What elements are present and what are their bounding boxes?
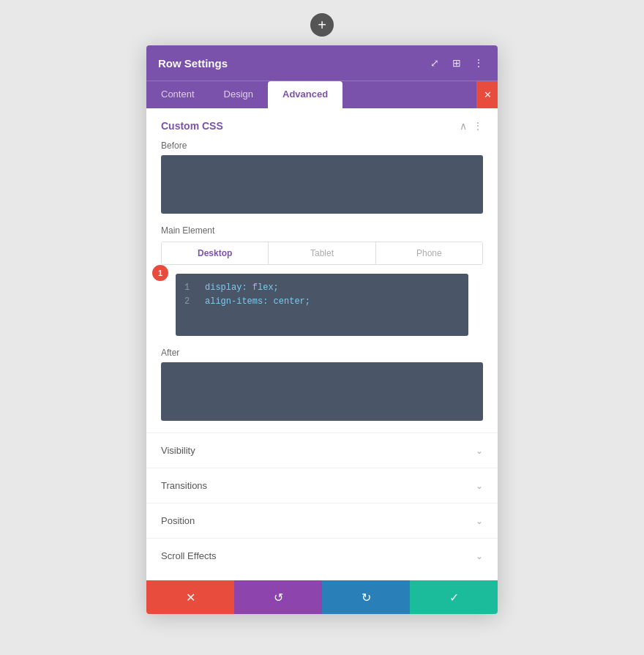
device-tabs: Desktop Tablet Phone: [161, 242, 483, 265]
page-wrapper: + Row Settings ⤢ ⊞ ⋮ Content Design Adva…: [0, 0, 644, 655]
cancel-button[interactable]: ✕: [146, 580, 234, 614]
save-icon: ✓: [449, 591, 459, 605]
panel-body: Custom CSS ∧ ⋮ Before Main Element Deskt…: [146, 108, 498, 580]
section-header-actions: ∧ ⋮: [460, 120, 483, 132]
cancel-icon: ✕: [186, 591, 195, 605]
panel-header: Row Settings ⤢ ⊞ ⋮: [146, 45, 498, 81]
visibility-section[interactable]: Visibility ⌄: [146, 433, 498, 468]
close-icon: ✕: [484, 89, 492, 100]
transitions-label: Transitions: [161, 480, 207, 491]
scroll-effects-label: Scroll Effects: [161, 550, 217, 561]
redo-button[interactable]: ↻: [322, 580, 410, 614]
tab-tablet[interactable]: Tablet: [269, 242, 375, 264]
code-line-2: 2 align-items: center;: [184, 295, 460, 309]
custom-css-section-header: Custom CSS ∧ ⋮: [146, 108, 498, 141]
notification-badge: 1: [152, 265, 168, 281]
section-more-icon[interactable]: ⋮: [473, 120, 483, 132]
scroll-effects-section[interactable]: Scroll Effects ⌄: [146, 538, 498, 573]
scroll-effects-chevron-icon: ⌄: [476, 551, 483, 561]
undo-button[interactable]: ↺: [234, 580, 322, 614]
code-line-1: 1 display: flex;: [184, 281, 460, 295]
tab-content[interactable]: Content: [146, 81, 209, 108]
code-text-2: align-items: center;: [205, 295, 310, 309]
position-chevron-icon: ⌄: [476, 516, 483, 526]
save-button[interactable]: ✓: [410, 580, 498, 614]
after-label: After: [146, 348, 498, 362]
tab-desktop[interactable]: Desktop: [162, 242, 269, 264]
more-options-icon[interactable]: ⋮: [471, 56, 486, 70]
redo-icon: ↻: [362, 591, 371, 605]
after-textarea[interactable]: [161, 362, 483, 421]
visibility-label: Visibility: [161, 445, 195, 456]
row-settings-panel: Row Settings ⤢ ⊞ ⋮ Content Design Advanc…: [146, 45, 498, 614]
panel-title: Row Settings: [158, 57, 228, 70]
code-editor-wrapper: 1 1 display: flex; 2 align-items: center…: [161, 274, 483, 336]
code-editor[interactable]: 1 display: flex; 2 align-items: center;: [176, 274, 468, 336]
undo-icon: ↺: [274, 591, 283, 605]
before-textarea[interactable]: [161, 155, 483, 214]
split-view-icon[interactable]: ⊞: [449, 56, 464, 70]
position-label: Position: [161, 515, 195, 526]
panel-header-icons: ⤢ ⊞ ⋮: [427, 56, 486, 70]
position-section[interactable]: Position ⌄: [146, 503, 498, 538]
tab-phone[interactable]: Phone: [376, 242, 482, 264]
transitions-chevron-icon: ⌄: [476, 481, 483, 491]
custom-css-title: Custom CSS: [161, 120, 223, 132]
close-panel-button[interactable]: ✕: [476, 81, 498, 108]
add-element-button[interactable]: +: [310, 13, 334, 37]
line-number-1: 1: [184, 281, 199, 295]
line-number-2: 2: [184, 295, 199, 309]
transitions-section[interactable]: Transitions ⌄: [146, 468, 498, 503]
tab-advanced[interactable]: Advanced: [268, 81, 342, 108]
bottom-toolbar: ✕ ↺ ↻ ✓: [146, 580, 498, 614]
tab-design[interactable]: Design: [209, 81, 268, 108]
tab-bar: Content Design Advanced ✕: [146, 81, 498, 108]
code-text-1: display: flex;: [205, 281, 279, 295]
plus-icon: +: [318, 13, 326, 37]
main-element-label: Main Element: [146, 225, 498, 242]
collapse-section-icon[interactable]: ∧: [460, 120, 467, 132]
expand-icon[interactable]: ⤢: [427, 56, 442, 70]
before-label: Before: [146, 141, 498, 155]
visibility-chevron-icon: ⌄: [476, 446, 483, 456]
